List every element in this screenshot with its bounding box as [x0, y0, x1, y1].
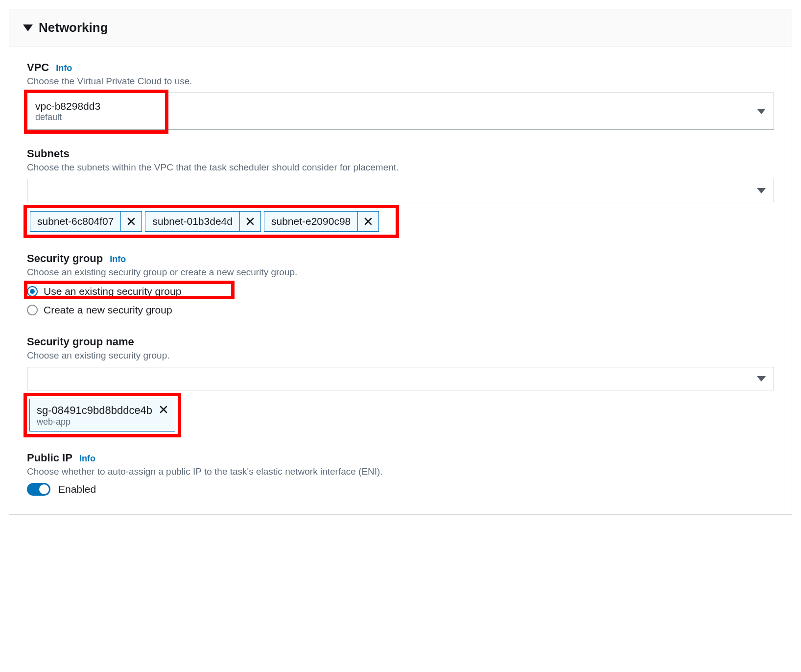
vpc-help: Choose the Virtual Private Cloud to use.	[27, 76, 774, 87]
public-ip-label: Public IP	[27, 452, 72, 464]
vpc-info-link[interactable]: Info	[56, 63, 72, 73]
radio-icon	[27, 305, 38, 315]
radio-existing-sg[interactable]: Use an existing security group	[27, 284, 774, 299]
vpc-selected-id: vpc-b8298dd3	[35, 100, 100, 112]
subnet-token-label: subnet-e2090c98	[264, 211, 357, 232]
subnet-tokens: subnet-6c804f07 subnet-01b3de4d subnet-e…	[27, 208, 396, 235]
networking-panel: Networking VPC Info Choose the Virtual P…	[9, 9, 792, 515]
public-ip-field: Public IP Info Choose whether to auto-as…	[27, 452, 774, 496]
public-ip-toggle[interactable]	[27, 483, 50, 496]
security-group-field: Security group Info Choose an existing s…	[27, 252, 774, 318]
public-ip-info-link[interactable]: Info	[79, 454, 95, 464]
subnet-token: subnet-01b3de4d	[145, 211, 260, 232]
subnets-help: Choose the subnets within the VPC that t…	[27, 162, 774, 173]
chevron-down-icon	[757, 376, 766, 382]
security-group-token-id: sg-08491c9bd8bddce4b	[37, 404, 152, 417]
subnet-token-label: subnet-01b3de4d	[145, 211, 239, 232]
remove-subnet-button[interactable]	[357, 211, 379, 232]
close-icon	[127, 217, 136, 226]
subnet-token-label: subnet-6c804f07	[30, 211, 120, 232]
security-group-name-field: Security group name Choose an existing s…	[27, 336, 774, 434]
security-group-info-link[interactable]: Info	[110, 254, 126, 264]
panel-header[interactable]: Networking	[9, 9, 792, 47]
close-icon	[364, 217, 373, 226]
public-ip-help: Choose whether to auto-assign a public I…	[27, 466, 774, 477]
vpc-field: VPC Info Choose the Virtual Private Clou…	[27, 61, 774, 130]
radio-create-sg-label: Create a new security group	[44, 304, 172, 316]
subnets-select[interactable]	[27, 179, 774, 202]
security-group-label: Security group	[27, 252, 103, 265]
radio-existing-sg-label: Use an existing security group	[44, 286, 181, 297]
radio-icon	[27, 286, 38, 297]
chevron-down-icon	[757, 188, 766, 193]
subnets-field: Subnets Choose the subnets within the VP…	[27, 147, 774, 235]
panel-title: Networking	[39, 20, 108, 35]
vpc-label: VPC	[27, 61, 49, 74]
security-group-token: sg-08491c9bd8bddce4b web-app	[29, 399, 175, 432]
remove-subnet-button[interactable]	[239, 211, 261, 232]
radio-create-sg[interactable]: Create a new security group	[27, 302, 774, 318]
security-group-help: Choose an existing security group or cre…	[27, 267, 774, 278]
subnets-label: Subnets	[27, 147, 70, 160]
remove-subnet-button[interactable]	[120, 211, 142, 232]
security-group-name-select[interactable]	[27, 367, 774, 390]
close-icon	[246, 217, 255, 226]
subnet-token: subnet-e2090c98	[264, 211, 379, 232]
close-icon	[159, 405, 168, 414]
subnet-token: subnet-6c804f07	[30, 211, 142, 232]
security-group-name-label: Security group name	[27, 336, 134, 348]
vpc-select[interactable]: vpc-b8298dd3 default	[27, 93, 774, 130]
panel-body: VPC Info Choose the Virtual Private Clou…	[9, 47, 792, 514]
security-group-name-help: Choose an existing security group.	[27, 350, 774, 361]
caret-down-icon	[23, 24, 33, 31]
remove-security-group-button[interactable]	[159, 405, 168, 416]
chevron-down-icon	[757, 109, 766, 114]
public-ip-status: Enabled	[58, 483, 96, 495]
security-group-token-name: web-app	[37, 417, 168, 427]
vpc-selected-name: default	[35, 112, 100, 122]
